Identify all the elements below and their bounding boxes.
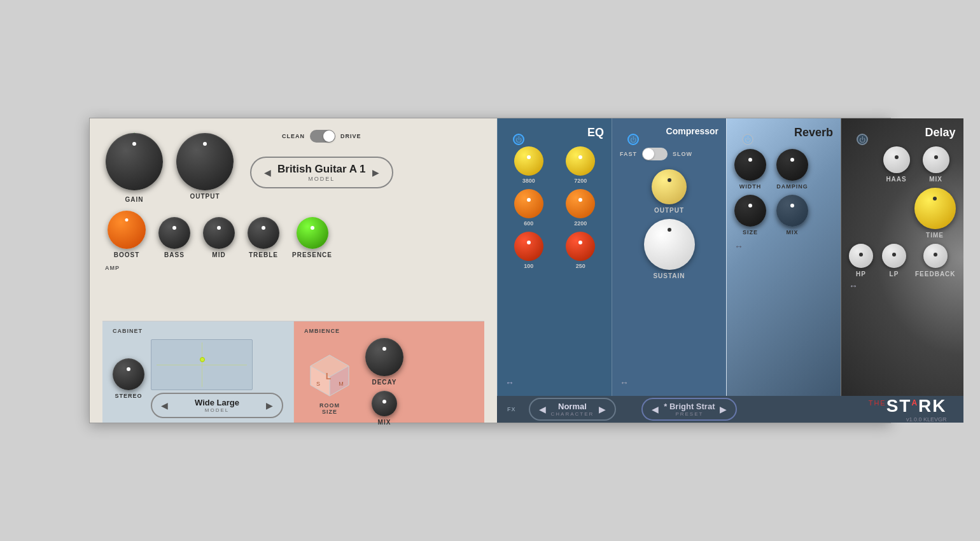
cube-svg: L M S	[304, 349, 355, 400]
eq-2200-label: 2200	[574, 220, 587, 227]
bass-knob-container: BASS	[158, 217, 190, 258]
eq-power-icon: ⏻	[515, 136, 522, 143]
reverb-knobs-row1: WIDTH DAMPING	[734, 149, 833, 190]
reverb-damping-container: DAMPING	[776, 149, 808, 190]
delay-haas-container: HAAS	[883, 146, 910, 183]
reverb-mix-container: MIX	[776, 195, 808, 235]
delay-lp-container: LP	[882, 244, 906, 278]
eq-2200-item: 2200	[557, 189, 605, 227]
character-prev[interactable]: ◀	[539, 404, 546, 414]
delay-time-label: TIME	[926, 232, 944, 239]
bass-knob[interactable]	[158, 217, 190, 249]
room-size-container: L M S ROOM SIZE	[304, 349, 355, 415]
amp-model-sub: MODEL	[308, 176, 335, 182]
cabinet-model-name: Wide Large	[195, 398, 239, 407]
preset-next[interactable]: ▶	[720, 404, 727, 414]
reverb-power-icon: ⏻	[745, 136, 751, 143]
amp-model-selector[interactable]: ◀ British Guitar A 1 MODEL ▶	[250, 157, 393, 188]
stark-name: THESTARK	[869, 396, 947, 416]
eq-250-label: 250	[576, 263, 585, 269]
delay-mix-knob[interactable]	[923, 146, 949, 173]
delay-haas-label: HAAS	[886, 176, 906, 183]
comp-expand-btn[interactable]: ↔	[620, 377, 629, 388]
cabinet-model-prev[interactable]: ◀	[161, 400, 168, 411]
amb-mix-knob[interactable]	[372, 391, 397, 416]
delay-lp-knob[interactable]	[882, 244, 906, 268]
eq-7200-knob[interactable]	[566, 146, 595, 176]
stereo-knob[interactable]	[113, 358, 144, 390]
fx-label: FX	[507, 406, 516, 412]
cabinet-model-selector[interactable]: ◀ Wide Large MODEL ▶	[151, 393, 283, 418]
output-label: OUTPUT	[190, 193, 220, 200]
amp-section-label: AMP	[105, 265, 120, 271]
cabinet-model-next[interactable]: ▶	[266, 400, 273, 411]
eq-3800-knob[interactable]	[514, 146, 543, 176]
stark-logo: THESTARK v1.0.0 KLEVGR	[869, 396, 953, 423]
reverb-width-knob[interactable]	[734, 149, 766, 181]
comp-power-btn[interactable]: ⏻	[627, 134, 639, 145]
delay-time-container: TIME	[914, 188, 956, 239]
mid-knob[interactable]	[203, 217, 235, 249]
room-size-label: ROOM SIZE	[319, 402, 340, 415]
presence-label: PRESENCE	[292, 251, 332, 258]
reverb-mix-label: MIX	[786, 229, 798, 235]
cube-s-text: S	[316, 381, 320, 387]
delay-time-knob[interactable]	[914, 188, 956, 229]
reverb-width-label: WIDTH	[739, 183, 762, 190]
eq-100-label: 100	[524, 263, 533, 269]
boost-knob-container: BOOST	[108, 211, 146, 258]
clean-label: CLEAN	[282, 133, 305, 139]
amp-model-next[interactable]: ▶	[372, 167, 379, 178]
eq-expand-btn[interactable]: ↔	[505, 377, 514, 388]
treble-knob[interactable]	[248, 217, 279, 249]
eq-2200-knob[interactable]	[566, 189, 595, 218]
reverb-mix-knob[interactable]	[776, 195, 808, 227]
amp-model-inner: British Guitar A 1 MODEL	[277, 163, 366, 182]
decay-knob[interactable]	[365, 338, 403, 376]
comp-sustain-knob[interactable]	[644, 219, 695, 270]
boost-knob[interactable]	[108, 211, 146, 249]
comp-output-knob[interactable]	[652, 169, 687, 204]
presence-knob[interactable]	[297, 217, 328, 249]
delay-feedback-knob[interactable]	[923, 244, 948, 268]
preset-selector[interactable]: ◀ * Bright Strat PRESET ▶	[641, 398, 737, 421]
character-selector[interactable]: ◀ Normal CHARACTER ▶	[529, 398, 617, 421]
delay-content: ⏻ Delay HAAS	[849, 126, 956, 292]
eq-100-knob[interactable]	[514, 232, 543, 261]
reverb-content: ⏻ Reverb WIDTH	[734, 126, 833, 252]
delay-lp-label: LP	[890, 270, 899, 278]
clean-drive-toggle[interactable]	[310, 130, 335, 143]
delay-hp-knob[interactable]	[849, 244, 873, 268]
ambience-panel: AMBIENCE L M S	[293, 321, 484, 423]
reverb-power-btn[interactable]: ⏻	[742, 134, 753, 145]
fast-slow-toggle-row: FAST SLOW	[620, 148, 718, 160]
reverb-expand-btn[interactable]: ↔	[734, 241, 743, 251]
ambience-content: L M S ROOM SIZE DECAY	[304, 338, 474, 426]
delay-power-btn[interactable]: ⏻	[857, 134, 868, 145]
stereo-label: STEREO	[115, 393, 142, 399]
character-next[interactable]: ▶	[599, 404, 606, 414]
eq-600-knob[interactable]	[514, 189, 543, 218]
delay-section: ⏻ Delay HAAS	[841, 118, 963, 396]
delay-haas-knob[interactable]	[883, 146, 910, 173]
gain-knob[interactable]	[106, 133, 163, 190]
comp-header-row: ⏻ Compressor	[620, 126, 718, 144]
delay-expand-btn[interactable]: ↔	[849, 281, 858, 291]
output-knob[interactable]	[176, 133, 234, 190]
amp-model-prev[interactable]: ◀	[264, 167, 271, 178]
eq-250-knob[interactable]	[566, 232, 595, 261]
reverb-damping-knob[interactable]	[776, 149, 808, 181]
presence-knob-container: PRESENCE	[292, 217, 332, 258]
delay-expand-row: ↔	[849, 278, 956, 292]
cube-m-text: M	[339, 381, 344, 387]
delay-title: Delay	[925, 126, 956, 139]
eq-power-btn[interactable]: ⏻	[513, 134, 524, 145]
reverb-size-knob[interactable]	[734, 195, 766, 227]
stark-version: v1.0.0 KLEVGR	[869, 416, 947, 423]
reverb-width-container: WIDTH	[734, 149, 766, 190]
amp-bottom-knobs: BOOST BASS MID TREBLE	[102, 211, 484, 258]
fast-slow-toggle[interactable]	[642, 148, 668, 160]
preset-prev[interactable]: ◀	[652, 404, 659, 414]
cabinet-panel: CABINET STEREO	[102, 321, 293, 423]
reverb-size-label: SIZE	[743, 229, 758, 235]
